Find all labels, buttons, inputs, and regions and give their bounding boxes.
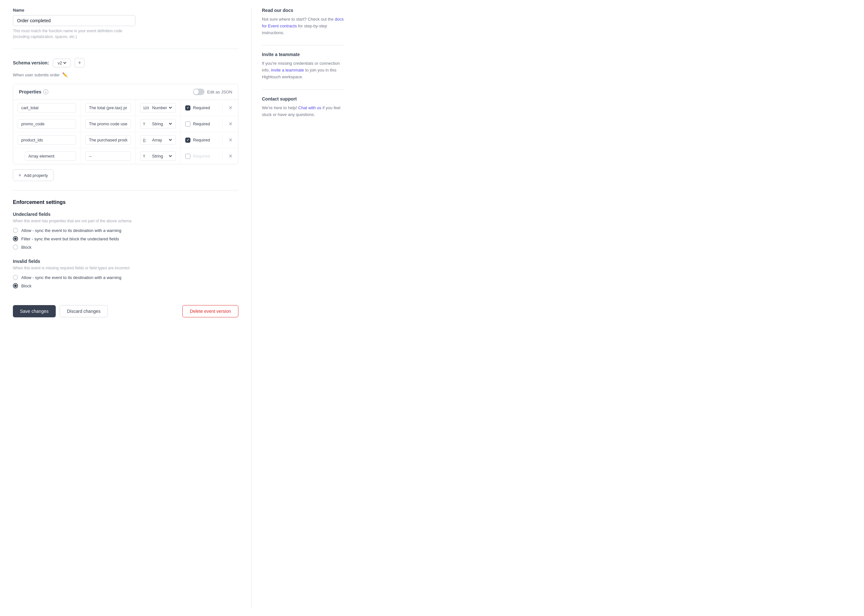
divider-2 [13,190,239,190]
prop-desc-cell-0 [81,100,136,116]
delete-event-version-button[interactable]: Delete event version [182,305,239,317]
invalid-title: Invalid fields [13,259,239,264]
prop-name-cell-1 [13,116,81,132]
add-version-button[interactable]: + [75,58,85,68]
type-select-wrapper-1[interactable]: T Number String Array Boolean Object [140,119,176,129]
delete-property-button-3[interactable]: ✕ [226,152,234,160]
version-select-wrapper[interactable]: v2 v1 [53,59,71,68]
delete-property-button-0[interactable]: ✕ [226,104,234,112]
undeclared-radio-group: Allow - sync the event to its destinatio… [13,228,239,250]
prop-desc-input-1[interactable] [85,119,131,129]
undeclared-radio-label-0: Allow - sync the event to its destinatio… [21,228,121,233]
undeclared-radio-label-1: Filter - sync the event but block the un… [21,236,119,241]
type-select-0[interactable]: Number String Array Boolean Object [151,105,173,110]
type-select-wrapper-2[interactable]: [] Number String Array Boolean Object [140,135,176,145]
required-label-1: Required [193,121,210,126]
undeclared-radio-item[interactable]: Block [13,245,239,250]
prop-required-cell-2: Required [181,134,223,146]
sidebar-divider-1 [262,45,344,46]
sidebar-divider-2 [262,90,344,90]
name-helper: This must match the function name in you… [13,28,135,39]
undeclared-radio-circle-0[interactable] [13,228,18,233]
undeclared-radio-item[interactable]: Filter - sync the event but block the un… [13,236,239,241]
prop-desc-cell-2 [81,132,136,148]
type-icon-0: 123 [143,106,149,110]
required-checkbox-1[interactable] [185,121,190,127]
when-label-row: When user submits order ✏️ [13,72,239,77]
prop-type-cell-3: T Number String Array Boolean Object [136,148,181,164]
invalid-radio-circle-0[interactable] [13,275,18,280]
sidebar-read-docs-title: Read our docs [262,8,344,13]
invalid-radio-label-1: Block [21,283,31,288]
invite-link[interactable]: invite a teammate [271,68,304,72]
prop-desc-input-0[interactable] [85,103,131,112]
properties-header: Properties i Edit as JSON [13,84,238,100]
type-select-wrapper-3[interactable]: T Number String Array Boolean Object [140,151,176,161]
delete-property-button-1[interactable]: ✕ [226,120,234,128]
prop-name-input-1[interactable] [18,119,76,129]
add-property-button[interactable]: + Add property [13,170,53,181]
invalid-radio-circle-1[interactable] [13,283,18,288]
required-checkbox-2[interactable] [185,138,190,143]
version-select[interactable]: v2 v1 [57,60,68,66]
invalid-radio-item[interactable]: Allow - sync the event to its destinatio… [13,275,239,280]
discard-changes-button[interactable]: Discard changes [60,305,108,317]
prop-required-cell-3: Required [181,151,223,162]
required-label-3: Required [193,154,210,159]
sidebar-read-docs-text: Not sure where to start? Check out the d… [262,16,344,36]
type-select-2[interactable]: Number String Array Boolean Object [151,137,173,143]
edit-json-label: Edit as JSON [207,90,232,94]
edit-json-toggle: Edit as JSON [193,89,232,95]
undeclared-radio-label-2: Block [21,245,31,250]
prop-delete-cell-2: ✕ [223,133,238,147]
property-row: [] Number String Array Boolean Object Re… [13,132,238,148]
undeclared-title: Undeclared fields [13,212,239,217]
prop-desc-input-2[interactable] [85,135,131,145]
name-input[interactable] [13,15,135,26]
required-checkbox-3 [185,154,190,159]
property-row: T Number String Array Boolean Object Req… [13,116,238,132]
delete-property-button-2[interactable]: ✕ [226,136,234,144]
edit-json-switch[interactable] [193,89,204,95]
chat-link[interactable]: Chat with us [298,105,322,110]
prop-desc-input-3[interactable] [85,151,131,161]
invalid-radio-label-0: Allow - sync the event to its destinatio… [21,275,121,280]
prop-name-input-3[interactable] [25,151,76,161]
invalid-desc: When this event is missing required fiel… [13,266,239,270]
type-icon-2: [] [143,138,149,142]
sidebar: Read our docs Not sure where to start? C… [251,8,354,608]
sidebar-read-docs: Read our docs Not sure where to start? C… [262,8,344,36]
properties-info-icon[interactable]: i [43,89,48,94]
required-checkbox-0[interactable] [185,105,190,110]
required-label-0: Required [193,105,210,110]
type-select-1[interactable]: Number String Array Boolean Object [151,121,173,127]
invalid-radio-group: Allow - sync the event to its destinatio… [13,275,239,288]
type-select-wrapper-0[interactable]: 123 Number String Array Boolean Object [140,103,176,112]
footer-bar: Save changes Discard changes Delete even… [13,297,239,325]
type-select-3[interactable]: Number String Array Boolean Object [151,153,173,159]
prop-name-cell-0 [13,100,81,116]
prop-name-input-0[interactable] [18,103,76,112]
type-icon-3: T [143,154,149,158]
prop-type-cell-2: [] Number String Array Boolean Object [136,132,181,148]
undeclared-radio-circle-2[interactable] [13,245,18,250]
sidebar-support-title: Contact support [262,96,344,102]
property-row: T Number String Array Boolean Object Req… [13,148,238,164]
save-changes-button[interactable]: Save changes [13,305,56,317]
add-property-icon: + [18,172,21,178]
sidebar-invite-text: If you're missing credentials or connect… [262,60,344,80]
prop-required-cell-0: Required [181,102,223,114]
prop-required-cell-1: Required [181,118,223,130]
edit-when-icon[interactable]: ✏️ [62,72,68,77]
sidebar-support-text: We're here to help! Chat with us if you … [262,105,344,118]
sidebar-invite-title: Invite a teammate [262,52,344,57]
undeclared-radio-item[interactable]: Allow - sync the event to its destinatio… [13,228,239,233]
schema-version-row: Schema version: v2 v1 + [13,58,239,68]
invalid-radio-item[interactable]: Block [13,283,239,288]
prop-name-cell-2 [13,132,81,148]
undeclared-radio-circle-1[interactable] [13,236,18,241]
type-icon-1: T [143,122,149,126]
prop-name-input-2[interactable] [18,135,76,145]
prop-name-cell-3 [13,148,81,164]
add-property-label: Add property [24,173,48,178]
